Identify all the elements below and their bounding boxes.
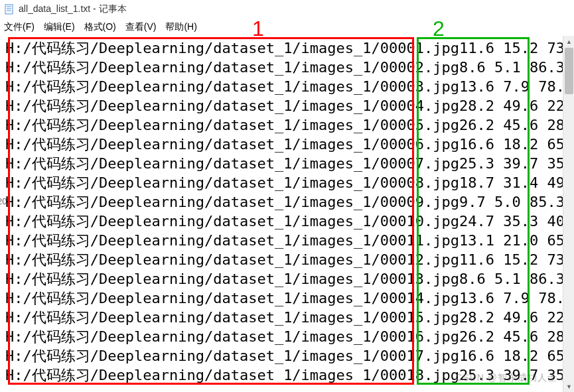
scrollbar-thumb[interactable] bbox=[565, 48, 573, 94]
scroll-up-arrow-icon[interactable]: ▲ bbox=[563, 36, 574, 47]
file-path: H:/代码练习/Deeplearning/dataset_1/images_1/… bbox=[5, 135, 459, 154]
values: 28.2 49.6 22.2 bbox=[459, 308, 574, 327]
text-line[interactable]: H:/代码练习/Deeplearning/dataset_1/images_1/… bbox=[5, 269, 569, 289]
file-path: H:/代码练习/Deeplearning/dataset_1/images_1/… bbox=[5, 365, 459, 385]
file-path: H:/代码练习/Deeplearning/dataset_1/images_1/… bbox=[5, 212, 459, 231]
values: 16.6 18.2 65.2 bbox=[459, 135, 574, 154]
file-path: H:/代码练习/Deeplearning/dataset_1/images_1/… bbox=[5, 115, 459, 135]
values: 26.2 45.6 28.2 bbox=[459, 327, 574, 346]
file-path: H:/代码练习/Deeplearning/dataset_1/images_1/… bbox=[5, 58, 459, 77]
file-path: H:/代码练习/Deeplearning/dataset_1/images_1/… bbox=[5, 192, 459, 212]
values: 8.6 5.1 86.3 bbox=[459, 58, 565, 77]
menu-format[interactable]: 格式(O) bbox=[84, 21, 116, 33]
title-bar: all_data_list_1.txt - 记事本 bbox=[0, 0, 574, 19]
vertical-scrollbar[interactable]: ▲ ▼ bbox=[563, 36, 574, 392]
watermark-text: CSDN @智东成功人士！ bbox=[455, 372, 567, 384]
menu-file[interactable]: 文件(F) bbox=[4, 21, 35, 33]
menu-bar: 20 文件(F) 编辑(E) 格式(O) 查看(V) 帮助(H) bbox=[0, 19, 574, 36]
text-line[interactable]: H:/代码练习/Deeplearning/dataset_1/images_1/… bbox=[5, 231, 569, 250]
menu-view[interactable]: 查看(V) bbox=[125, 21, 157, 33]
text-line[interactable]: H:/代码练习/Deeplearning/dataset_1/images_1/… bbox=[5, 192, 569, 212]
text-line[interactable]: H:/代码练习/Deeplearning/dataset_1/images_1/… bbox=[5, 212, 569, 231]
text-line[interactable]: H:/代码练习/Deeplearning/dataset_1/images_1/… bbox=[5, 289, 569, 308]
window-title: all_data_list_1.txt - 记事本 bbox=[19, 3, 127, 15]
file-path: H:/代码练习/Deeplearning/dataset_1/images_1/… bbox=[5, 308, 459, 327]
file-path: H:/代码练习/Deeplearning/dataset_1/images_1/… bbox=[5, 231, 459, 250]
file-path: H:/代码练习/Deeplearning/dataset_1/images_1/… bbox=[5, 346, 459, 365]
menu-edit[interactable]: 编辑(E) bbox=[44, 21, 75, 33]
file-path: H:/代码练习/Deeplearning/dataset_1/images_1/… bbox=[5, 327, 459, 346]
text-line[interactable]: H:/代码练习/Deeplearning/dataset_1/images_1/… bbox=[5, 154, 569, 173]
text-content[interactable]: H:/代码练习/Deeplearning/dataset_1/images_1/… bbox=[0, 36, 574, 387]
file-path: H:/代码练习/Deeplearning/dataset_1/images_1/… bbox=[5, 173, 459, 192]
values: 8.6 5.1 86.3 bbox=[459, 269, 565, 289]
values: 25.3 39.7 35.0 bbox=[459, 154, 574, 173]
text-line[interactable]: H:/代码练习/Deeplearning/dataset_1/images_1/… bbox=[5, 38, 569, 58]
file-path: H:/代码练习/Deeplearning/dataset_1/images_1/… bbox=[5, 154, 459, 173]
file-path: H:/代码练习/Deeplearning/dataset_1/images_1/… bbox=[5, 38, 459, 58]
file-path: H:/代码练习/Deeplearning/dataset_1/images_1/… bbox=[5, 289, 459, 308]
text-line[interactable]: H:/代码练习/Deeplearning/dataset_1/images_1/… bbox=[5, 346, 569, 365]
text-line[interactable]: H:/代码练习/Deeplearning/dataset_1/images_1/… bbox=[5, 77, 569, 96]
values: 13.6 7.9 78.5 bbox=[459, 77, 573, 96]
values: 26.2 45.6 28.2 bbox=[459, 115, 574, 135]
file-path: H:/代码练习/Deeplearning/dataset_1/images_1/… bbox=[5, 250, 459, 269]
file-path: H:/代码练习/Deeplearning/dataset_1/images_1/… bbox=[5, 77, 459, 96]
annotation-label-2: 2 bbox=[433, 17, 445, 41]
svg-rect-0 bbox=[5, 5, 13, 14]
text-line[interactable]: H:/代码练习/Deeplearning/dataset_1/images_1/… bbox=[5, 173, 569, 192]
values: 18.7 31.4 49.9 bbox=[459, 173, 574, 192]
text-line[interactable]: H:/代码练习/Deeplearning/dataset_1/images_1/… bbox=[5, 308, 569, 327]
values: 13.6 7.9 78.5 bbox=[459, 289, 573, 308]
text-line[interactable]: H:/代码练习/Deeplearning/dataset_1/images_1/… bbox=[5, 96, 569, 115]
text-line[interactable]: H:/代码练习/Deeplearning/dataset_1/images_1/… bbox=[5, 327, 569, 346]
annotation-label-1: 1 bbox=[252, 17, 264, 41]
file-path: H:/代码练习/Deeplearning/dataset_1/images_1/… bbox=[5, 96, 459, 115]
values: 9.7 5.0 85.3 bbox=[459, 192, 565, 212]
values: 24.7 35.3 40.0 bbox=[459, 212, 574, 231]
text-line[interactable]: H:/代码练习/Deeplearning/dataset_1/images_1/… bbox=[5, 250, 569, 269]
menu-help[interactable]: 帮助(H) bbox=[165, 21, 196, 33]
text-line[interactable]: H:/代码练习/Deeplearning/dataset_1/images_1/… bbox=[5, 135, 569, 154]
file-path: H:/代码练习/Deeplearning/dataset_1/images_1/… bbox=[5, 269, 459, 289]
values: 13.1 21.0 65.9 bbox=[459, 231, 574, 250]
values: 28.2 49.6 22.2 bbox=[459, 96, 574, 115]
values: 16.6 18.2 65.2 bbox=[459, 346, 574, 365]
text-line[interactable]: H:/代码练习/Deeplearning/dataset_1/images_1/… bbox=[5, 115, 569, 135]
notepad-icon bbox=[4, 4, 15, 15]
values: 11.6 15.2 73.2 bbox=[459, 38, 574, 58]
text-line[interactable]: H:/代码练习/Deeplearning/dataset_1/images_1/… bbox=[5, 58, 569, 77]
values: 11.6 15.2 73.2 bbox=[459, 250, 574, 269]
